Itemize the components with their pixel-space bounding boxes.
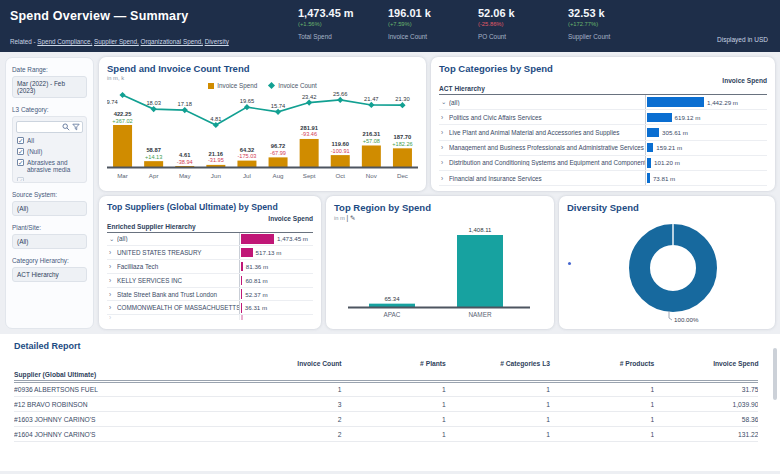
region-bar-namer[interactable] <box>457 235 503 307</box>
report-row-1604-johnny-carino-s[interactable]: #1604 JOHNNY CARINO'S2111131.22 <box>14 427 758 442</box>
supplier-row-facilliaza-tech[interactable]: ›Facilliaza Tech81.36 m <box>107 260 313 274</box>
bar-nov[interactable] <box>362 145 381 167</box>
report-row-0936-albertsons-fuel[interactable]: #0936 ALBERTSONS FUEL111131.75 <box>14 382 758 397</box>
related-link-diversity[interactable]: Diversity <box>205 38 229 45</box>
kpi-label: Invoice Count <box>388 33 450 40</box>
report-row-1603-johnny-carino-s[interactable]: #1603 JOHNNY CARINO'S211158.36 <box>14 412 758 427</box>
category-row-management-and-business-professionals-and-administrative-services[interactable]: ›Management and Business Professionals a… <box>439 141 767 156</box>
l3-search-input[interactable] <box>19 124 60 130</box>
supplier-row-partial[interactable]: › <box>107 315 313 320</box>
chevron-right-icon[interactable]: › <box>439 159 449 166</box>
chevron-right-icon[interactable]: › <box>439 114 449 121</box>
bar-mar[interactable] <box>113 125 132 167</box>
bar-sept[interactable] <box>300 139 319 167</box>
line-point-aug[interactable] <box>275 109 281 115</box>
kpi-invoice-count[interactable]: 196.01 k(+7.59%)Invoice Count <box>388 7 450 52</box>
bar-aug[interactable] <box>269 157 288 167</box>
supplier-bar[interactable] <box>241 234 274 244</box>
date-range-value[interactable]: Mar (2022) - Feb (2023) <box>12 76 87 98</box>
chevron-right-icon[interactable]: › <box>107 277 117 284</box>
chevron-right-icon[interactable]: › <box>107 304 117 311</box>
supplier-row-all[interactable]: ⌄(all)1,473.45 m <box>107 233 313 247</box>
line-point-nov[interactable] <box>368 102 374 108</box>
l3-option-abrasives-and-abrasive-media[interactable]: ✓Abrasives and abrasive media <box>17 159 82 173</box>
supplier-row-state-street-bank-and-trust-london[interactable]: ›State Street Bank and Trust London52.37… <box>107 288 313 302</box>
column-header-categories-l3[interactable]: # Categories L3 <box>446 358 550 369</box>
chevron-right-icon[interactable]: › <box>107 249 117 256</box>
supplier-bar[interactable] <box>241 262 243 272</box>
kpi-label: PO Count <box>478 33 540 40</box>
source-system-value[interactable]: (All) <box>12 201 87 216</box>
category-bar[interactable] <box>647 97 704 107</box>
legend-dot-icon[interactable] <box>568 262 571 265</box>
plant-site-value[interactable]: (All) <box>12 234 87 249</box>
chevron-right-icon[interactable]: › <box>439 129 449 136</box>
l3-option-label: Abrasives and abrasive media <box>27 159 82 173</box>
category-row-live-plant-and-animal-material-and-accessories-and-supplies[interactable]: ›Live Plant and Animal Material and Acce… <box>439 125 767 140</box>
category-bar[interactable] <box>647 128 659 138</box>
supplier-bar[interactable] <box>241 289 242 299</box>
category-hierarchy-value[interactable]: ACT Hierarchy <box>12 267 87 282</box>
line-point-jul[interactable] <box>244 104 250 110</box>
related-link-spend-compliance[interactable]: Spend Compliance, <box>37 38 92 45</box>
source-system-filter: Source System: (All) <box>12 191 87 216</box>
region-bar-apac[interactable] <box>369 303 415 306</box>
line-point-may[interactable] <box>182 107 188 113</box>
line-value-label: 25.66 <box>333 91 348 97</box>
line-point-apr[interactable] <box>151 106 157 112</box>
line-point-oct[interactable] <box>337 97 343 103</box>
search-icon[interactable] <box>62 123 70 131</box>
line-point-sept[interactable] <box>306 99 312 105</box>
chevron-right-icon[interactable]: › <box>439 144 449 151</box>
category-bar[interactable] <box>647 158 651 168</box>
x-axis-label: Sept <box>303 172 316 179</box>
value-cell: 1 <box>550 412 654 427</box>
line-point-mar[interactable] <box>119 92 125 98</box>
l3-option-all[interactable]: ✓All <box>17 137 82 144</box>
category-row-financial-and-insurance-services[interactable]: ›Financial and Insurance Services73.81 m <box>439 171 767 186</box>
legend-invoice-spend[interactable]: Invoice Spend <box>208 82 257 89</box>
related-link-supplier-spend[interactable]: Supplier Spend, <box>94 38 139 45</box>
chevron-right-icon[interactable]: › <box>439 175 449 182</box>
chevron-right-icon[interactable]: › <box>107 291 117 298</box>
category-row-distribution-and-conditioning-systems-and-equipment-and-components[interactable]: ›Distribution and Conditioning Systems a… <box>439 156 767 171</box>
report-scrollbar[interactable] <box>773 348 777 400</box>
chevron-down-icon[interactable]: ⌄ <box>107 235 117 243</box>
category-row-all[interactable]: ⌄(all)1,442.29 m <box>439 95 767 110</box>
pencil-icon[interactable]: | ✎ <box>347 214 356 221</box>
bar-dec[interactable] <box>393 148 412 167</box>
bar-apr[interactable] <box>144 161 163 167</box>
supplier-row-commonwealth-of-massachusetts[interactable]: ›COMMONWEALTH OF MASSACHUSETTS36.31 m <box>107 301 313 315</box>
kpi-supplier-count[interactable]: 32.53 k(+172.77%)Supplier Count <box>568 7 630 52</box>
chevron-right-icon[interactable]: › <box>107 263 117 270</box>
related-link-organizational-spend[interactable]: Organizational Spend, <box>141 38 203 45</box>
supplier-bar[interactable] <box>241 276 242 286</box>
column-header-plants[interactable]: # Plants <box>342 358 446 369</box>
bar-value-label: 96.72 <box>271 143 286 149</box>
report-row-12-bravo-robinson[interactable]: #12 BRAVO ROBINSON31111,039.90 <box>14 397 758 412</box>
top-region-card: Top Region by Spend in m | ✎ 65.34APAC1,… <box>326 196 554 330</box>
supplier-bar[interactable] <box>241 303 242 313</box>
bar-jul[interactable] <box>237 161 256 167</box>
column-header-invoice-count[interactable]: Invoice Count <box>237 358 341 369</box>
bar-oct[interactable] <box>331 155 350 167</box>
category-bar[interactable] <box>647 113 672 123</box>
line-point-dec[interactable] <box>399 102 405 108</box>
l3-option-partial[interactable]: ✓ <box>17 177 82 181</box>
supplier-bar[interactable] <box>241 248 253 258</box>
filter-funnel-icon[interactable] <box>72 123 80 131</box>
category-value: 619.12 m <box>675 114 701 121</box>
supplier-row-united-states-treasury[interactable]: ›UNITED STATES TREASURY517.13 m <box>107 246 313 260</box>
l3-option-null[interactable]: ✓(Null) <box>17 148 82 155</box>
kpi-po-count[interactable]: 52.06 k(-25.86%)PO Count <box>478 7 540 52</box>
category-bar[interactable] <box>647 173 650 183</box>
chevron-down-icon[interactable]: ⌄ <box>439 98 449 106</box>
category-bar[interactable] <box>647 143 653 153</box>
legend-invoice-count[interactable]: Invoice Count <box>269 82 317 89</box>
supplier-row-kelly-services-inc[interactable]: ›KELLY SERVICES INC60.81 m <box>107 274 313 288</box>
kpi-total-spend[interactable]: 1,473.45 m(+1.56%)Total Spend <box>298 7 360 52</box>
column-header-products[interactable]: # Products <box>550 358 654 369</box>
column-header-invoice-spend[interactable]: Invoice Spend <box>654 358 758 369</box>
line-point-jun[interactable] <box>213 122 219 128</box>
category-row-politics-and-civic-affairs-services[interactable]: ›Politics and Civic Affairs Services619.… <box>439 110 767 125</box>
